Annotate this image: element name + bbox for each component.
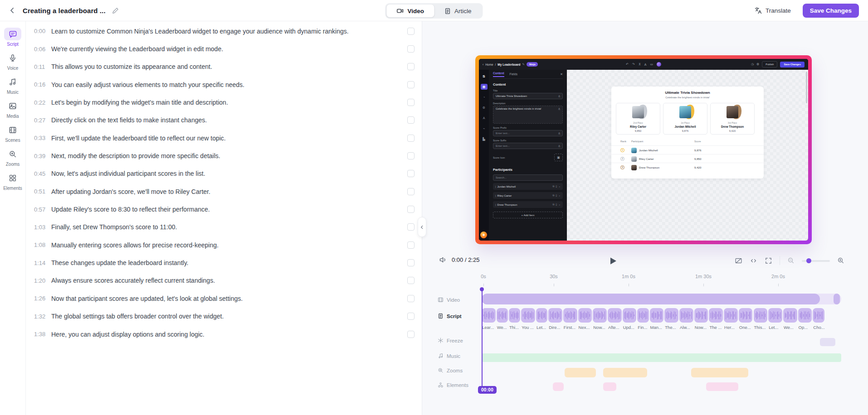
script-segment[interactable]	[754, 308, 768, 323]
script-row-text[interactable]: Next, modify the description to provide …	[51, 152, 220, 159]
script-row-text[interactable]: We're currently viewing the Leaderboard …	[51, 45, 223, 53]
script-segment[interactable]	[593, 308, 607, 323]
zoom-clip[interactable]	[691, 368, 748, 377]
script-segment[interactable]	[521, 308, 535, 323]
script-segment[interactable]	[563, 308, 577, 323]
volume-icon[interactable]	[439, 256, 447, 264]
script-segment[interactable]	[536, 308, 547, 323]
sidebar-item-zooms[interactable]: Zooms	[2, 148, 24, 167]
script-row-text[interactable]: Now, let's adjust individual participant…	[51, 170, 205, 177]
script-row[interactable]: 1:32The global settings tab offers broad…	[26, 308, 422, 325]
script-segment[interactable]	[679, 308, 693, 323]
script-row[interactable]: 1:20Always ensure scores accurately refl…	[26, 272, 422, 290]
element-clip[interactable]	[603, 382, 616, 391]
script-row-checkbox[interactable]	[407, 63, 414, 70]
script-segment[interactable]	[650, 308, 664, 323]
script-row-text[interactable]: Directly click on the text fields to mak…	[51, 116, 207, 124]
script-row[interactable]: 0:33First, we'll update the leaderboard …	[26, 129, 422, 147]
play-button[interactable]	[607, 254, 622, 268]
sidebar-item-music[interactable]: Music	[2, 76, 24, 95]
script-row-text[interactable]: This allows you to customize its appeara…	[51, 63, 212, 70]
script-row-checkbox[interactable]	[407, 99, 414, 106]
slider-knob[interactable]	[806, 258, 811, 263]
script-row-text[interactable]: Now that participant scores are updated,…	[51, 295, 243, 302]
script-row-checkbox[interactable]	[407, 223, 414, 231]
script-row[interactable]: 0:45Now, let's adjust individual partici…	[26, 165, 422, 183]
zoom-clip[interactable]	[565, 368, 596, 377]
thumbnail-toggle-icon[interactable]	[735, 257, 742, 265]
track-label-zooms[interactable]: Zooms	[438, 367, 463, 373]
freeze-block[interactable]	[820, 338, 835, 346]
track-label-music[interactable]: Music	[438, 353, 460, 359]
script-segment[interactable]	[623, 308, 637, 323]
script-row[interactable]: 1:08Manually entering scores allows for …	[26, 236, 422, 254]
script-segment[interactable]	[768, 308, 782, 323]
script-row[interactable]: 0:27Directly click on the text fields to…	[26, 111, 422, 129]
script-row-checkbox[interactable]	[407, 277, 414, 284]
script-segment[interactable]	[783, 308, 797, 323]
script-row[interactable]: 0:11This allows you to customize its app…	[26, 58, 422, 76]
video-clip[interactable]	[482, 294, 820, 304]
script-row-checkbox[interactable]	[407, 81, 414, 88]
script-row-checkbox[interactable]	[407, 241, 414, 249]
script-row-checkbox[interactable]	[407, 188, 414, 195]
tab-article[interactable]: Article	[434, 5, 482, 17]
script-segment[interactable]	[578, 308, 592, 323]
script-row-checkbox[interactable]	[407, 206, 414, 213]
script-segment[interactable]	[548, 308, 562, 323]
script-row-checkbox[interactable]	[407, 28, 414, 35]
script-row-checkbox[interactable]	[407, 45, 414, 53]
track-label-script[interactable]: Script	[438, 313, 462, 319]
script-row-checkbox[interactable]	[407, 170, 414, 177]
script-row[interactable]: 0:57Update Riley's score to 8:30 to refl…	[26, 200, 422, 218]
video-preview-frame[interactable]: ‹ Home / My Leaderboard ✎ Ninja ↶ ↷ ⊼ A …	[475, 55, 812, 244]
sidebar-item-voice[interactable]: Voice	[2, 52, 24, 71]
script-row[interactable]: 1:03Finally, set Drew Thompson's score t…	[26, 218, 422, 236]
script-row[interactable]: 0:22Let's begin by modifying the widget'…	[26, 93, 422, 111]
script-row[interactable]: 0:06We're currently viewing the Leaderbo…	[26, 40, 422, 58]
edit-title-icon[interactable]	[112, 7, 119, 14]
script-row-text[interactable]: Manually entering scores allows for prec…	[51, 241, 219, 249]
script-row-text[interactable]: You can easily adjust various elements t…	[51, 81, 244, 88]
script-row-checkbox[interactable]	[407, 259, 414, 266]
script-row[interactable]: 1:38Here, you can adjust display options…	[26, 325, 422, 343]
script-segment[interactable]	[739, 308, 753, 323]
script-row-checkbox[interactable]	[407, 313, 414, 320]
script-segment[interactable]	[497, 308, 508, 323]
script-segment[interactable]	[637, 308, 649, 323]
zoom-clip[interactable]	[603, 368, 647, 377]
script-row[interactable]: 0:00Learn to customize Common Ninja's Le…	[26, 22, 422, 40]
script-row-text[interactable]: The global settings tab offers broader c…	[51, 313, 224, 320]
script-segment[interactable]	[813, 308, 824, 323]
script-row-text[interactable]: First, we'll update the leaderboard titl…	[51, 135, 226, 142]
script-row-checkbox[interactable]	[407, 135, 414, 142]
script-row[interactable]: 0:39Next, modify the description to prov…	[26, 147, 422, 164]
zoom-out-icon[interactable]	[787, 257, 795, 264]
script-row-text[interactable]: Let's begin by modifying the widget's ma…	[51, 99, 228, 106]
script-segment[interactable]	[664, 308, 678, 323]
back-button[interactable]	[8, 6, 16, 14]
sidebar-item-media[interactable]: Media	[2, 100, 24, 119]
script-segment[interactable]	[608, 308, 622, 323]
script-row[interactable]: 1:26Now that participant scores are upda…	[26, 290, 422, 307]
script-row-checkbox[interactable]	[407, 152, 414, 159]
zoom-in-icon[interactable]	[837, 257, 844, 264]
script-row-checkbox[interactable]	[407, 331, 414, 338]
timeline-zoom-slider[interactable]	[802, 258, 830, 263]
save-changes-button[interactable]: Save Changes	[803, 4, 859, 18]
track-label-freeze[interactable]: Freeze	[438, 338, 463, 343]
script-row-text[interactable]: After updating Jordan's score, we'll mov…	[51, 188, 210, 195]
element-clip[interactable]	[553, 382, 564, 391]
sidebar-item-scenes[interactable]: Scenes	[2, 124, 24, 143]
script-segment[interactable]	[724, 308, 738, 323]
track-label-elements[interactable]: Elements	[438, 382, 468, 388]
script-row[interactable]: 0:51After updating Jordan's score, we'll…	[26, 183, 422, 200]
collapse-panel-handle[interactable]	[418, 217, 426, 237]
translate-button[interactable]: Translate	[755, 7, 791, 14]
script-row-text[interactable]: Finally, set Drew Thompson's score to 11…	[51, 223, 177, 231]
playhead-time-badge[interactable]: 00:00	[478, 386, 497, 394]
tab-video[interactable]: Video	[386, 5, 434, 17]
script-segment[interactable]	[482, 308, 496, 323]
sidebar-item-script[interactable]: Script	[2, 28, 24, 47]
script-row[interactable]: 0:16You can easily adjust various elemen…	[26, 76, 422, 93]
